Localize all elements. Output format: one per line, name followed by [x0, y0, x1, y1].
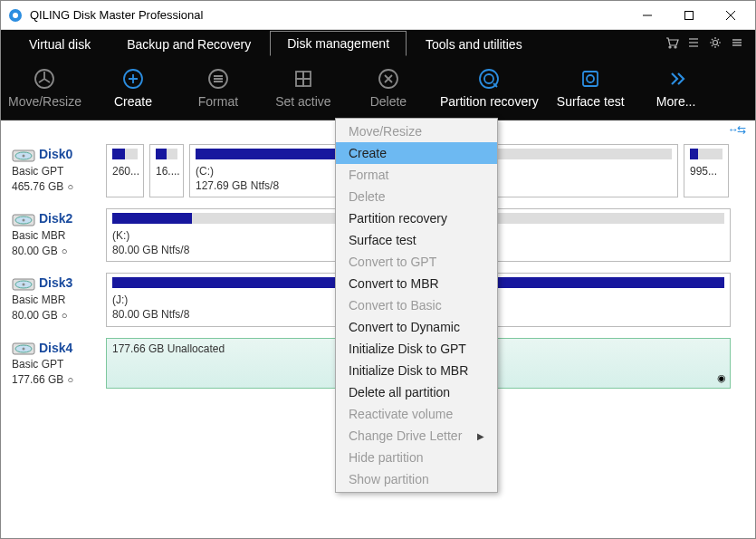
toolbar: Move/ResizeCreateFormatSet activeDeleteP…	[1, 55, 755, 120]
ctx-delete-all-partition[interactable]: Delete all partition	[336, 381, 497, 403]
toolbar-create[interactable]: Create	[100, 67, 167, 109]
disk-name: Disk3	[39, 275, 72, 290]
ctx-label: Initialize Disk to MBR	[349, 363, 468, 378]
ctx-create[interactable]: Create	[336, 142, 497, 164]
disk-radio[interactable]: ○	[67, 181, 73, 192]
titlebar: QILING Disk Master Professional	[1, 1, 755, 30]
disk-radio[interactable]: ○	[62, 310, 68, 321]
tab-backup-recovery[interactable]: Backup and Recovery	[110, 31, 268, 56]
disk-radio[interactable]: ○	[62, 245, 68, 256]
toolbar-icon	[477, 67, 501, 91]
disk-type: Basic GPT	[12, 165, 100, 178]
ctx-label: Show partition	[349, 472, 429, 486]
toolbar-icon	[377, 67, 400, 91]
disk-name: Disk2	[39, 211, 72, 226]
toolbar-partition-recovery[interactable]: Partition recovery	[440, 67, 539, 109]
toolbar-more-[interactable]: More...	[643, 67, 710, 109]
partition[interactable]: 16....	[149, 144, 184, 197]
toolbar-icon	[121, 67, 145, 91]
tab-virtual-disk[interactable]: Virtual disk	[12, 31, 108, 56]
partition-usage-bar	[156, 149, 177, 159]
svg-point-6	[669, 46, 671, 48]
ctx-change-drive-letter: Change Drive Letter▶	[336, 425, 497, 447]
disk-drive-icon	[12, 147, 35, 163]
svg-rect-3	[685, 11, 694, 19]
toolbar-label: Format	[198, 94, 238, 109]
disk-info[interactable]: Disk4Basic GPT177.66 GB○	[10, 338, 100, 389]
toolbar-format[interactable]: Format	[185, 67, 252, 109]
ctx-initialize-disk-to-mbr[interactable]: Initialize Disk to MBR	[336, 360, 497, 381]
toolbar-surface-test[interactable]: Surface test	[557, 67, 625, 109]
svg-point-1	[13, 13, 18, 18]
disk-drive-icon	[12, 211, 35, 227]
ctx-label: Partition recovery	[349, 211, 447, 226]
ctx-label: Surface test	[349, 233, 416, 247]
ctx-hide-partition: Hide partition	[336, 447, 497, 468]
minimize-button[interactable]	[627, 1, 668, 30]
ctx-reactivate-volume: Reactivate volume	[336, 403, 497, 425]
context-menu: Move/ResizeCreateFormatDeletePartition r…	[335, 118, 498, 493]
refresh-arrows-icon[interactable]: ↔⇆	[728, 123, 744, 136]
partition[interactable]: 260...	[106, 144, 144, 197]
toolbar-label: Partition recovery	[440, 94, 539, 109]
ctx-label: Format	[349, 168, 388, 182]
svg-rect-18	[296, 72, 303, 79]
ctx-label: Create	[349, 146, 387, 160]
disk-radio[interactable]: ○	[67, 374, 73, 385]
ctx-label: Convert to Basic	[349, 298, 442, 313]
ctx-label: Convert to GPT	[349, 255, 436, 269]
svg-point-11	[713, 41, 718, 45]
disk-drive-icon	[12, 275, 35, 292]
ctx-convert-to-dynamic[interactable]: Convert to Dynamic	[336, 316, 497, 338]
partition-label: 260...	[112, 165, 138, 179]
cart-icon[interactable]	[661, 30, 683, 55]
disk-info[interactable]: Disk0Basic GPT465.76 GB○	[10, 144, 100, 197]
svg-point-38	[23, 348, 25, 351]
toolbar-icon	[206, 67, 230, 91]
ctx-delete: Delete	[336, 186, 497, 207]
disk-info[interactable]: Disk2Basic MBR80.00 GB○	[10, 208, 100, 262]
disk-type: Basic MBR	[12, 294, 100, 306]
svg-rect-25	[583, 72, 598, 86]
disk-info[interactable]: Disk3Basic MBR80.00 GB○	[10, 273, 100, 326]
toolbar-set-active[interactable]: Set active	[270, 67, 337, 109]
partition-usage-bar	[690, 149, 723, 159]
maximize-button[interactable]	[668, 1, 710, 30]
tab-disk-management[interactable]: Disk management	[270, 31, 407, 56]
list-icon[interactable]	[683, 30, 704, 55]
ctx-convert-to-basic: Convert to Basic	[336, 294, 497, 316]
toolbar-icon	[33, 67, 56, 91]
disk-name: Disk0	[39, 147, 72, 161]
svg-rect-21	[303, 72, 311, 79]
partition-label: 16....	[156, 165, 177, 179]
partition-radio[interactable]: ◉	[717, 372, 726, 384]
disk-drive-icon	[12, 340, 35, 356]
tab-tools-utilities[interactable]: Tools and utilities	[408, 31, 540, 56]
toolbar-delete[interactable]: Delete	[355, 67, 422, 109]
disk-size: 465.76 GB	[12, 180, 63, 193]
ctx-partition-recovery[interactable]: Partition recovery	[336, 207, 497, 229]
ctx-initialize-disk-to-gpt[interactable]: Initialize Disk to GPT	[336, 338, 497, 360]
svg-point-26	[587, 75, 594, 82]
ctx-surface-test[interactable]: Surface test	[336, 229, 497, 251]
partition[interactable]: 995...	[684, 144, 729, 197]
svg-point-35	[23, 284, 25, 286]
disk-name: Disk4	[39, 341, 72, 355]
gear-icon[interactable]	[704, 30, 726, 55]
menu-icon[interactable]	[726, 30, 748, 55]
toolbar-icon	[292, 67, 315, 91]
toolbar-label: Create	[114, 94, 152, 109]
ctx-label: Initialize Disk to GPT	[349, 342, 466, 356]
ctx-convert-to-gpt: Convert to GPT	[336, 251, 497, 273]
disk-size: 80.00 GB	[12, 309, 58, 322]
ctx-convert-to-mbr[interactable]: Convert to MBR	[336, 273, 497, 294]
ctx-format: Format	[336, 164, 497, 186]
ctx-show-partition: Show partition	[336, 468, 497, 490]
submenu-arrow-icon: ▶	[477, 431, 484, 441]
ctx-label: Reactivate volume	[349, 407, 453, 421]
ctx-label: Convert to Dynamic	[349, 320, 460, 334]
toolbar-label: Set active	[275, 94, 330, 109]
close-button[interactable]	[710, 1, 751, 30]
toolbar-move-resize[interactable]: Move/Resize	[8, 67, 81, 109]
app-icon	[8, 8, 23, 23]
